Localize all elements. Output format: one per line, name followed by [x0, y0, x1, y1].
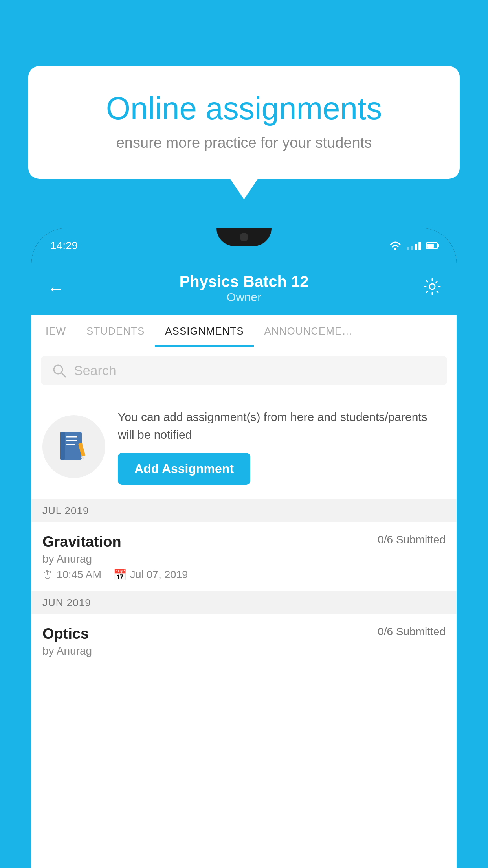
status-bar: 14:29	[31, 228, 457, 263]
assignment-item-optics[interactable]: Optics 0/6 Submitted by Anurag	[31, 614, 457, 670]
assignment-author: by Anurag	[42, 645, 446, 657]
assignment-name: Optics	[42, 625, 89, 642]
wifi-icon	[389, 241, 402, 251]
assignment-name: Gravitation	[42, 533, 121, 550]
assignment-submitted: 0/6 Submitted	[378, 625, 446, 638]
content-area: Search	[31, 347, 457, 670]
add-assignment-button[interactable]: Add Assignment	[118, 453, 250, 485]
header-subtitle: Owner	[179, 291, 308, 304]
status-time: 14:29	[50, 239, 78, 252]
bubble-title: Online assignments	[60, 91, 428, 126]
back-button[interactable]: ←	[47, 279, 64, 298]
header-center: Physics Batch 12 Owner	[179, 273, 308, 304]
assignment-item-gravitation[interactable]: Gravitation 0/6 Submitted by Anurag ⏱ 10…	[31, 522, 457, 591]
svg-line-3	[61, 373, 66, 377]
assignment-row: Optics 0/6 Submitted	[42, 625, 446, 642]
tab-announcements[interactable]: ANNOUNCEME…	[254, 315, 363, 347]
tabs-bar: IEW STUDENTS ASSIGNMENTS ANNOUNCEME…	[31, 315, 457, 347]
assignment-meta: ⏱ 10:45 AM 📅 Jul 07, 2019	[42, 568, 446, 581]
month-separator-jul: JUL 2019	[31, 499, 457, 522]
phone-frame: 14:29	[31, 228, 457, 868]
assignment-submitted: 0/6 Submitted	[378, 533, 446, 546]
speech-bubble: Online assignments ensure more practice …	[28, 66, 460, 179]
svg-point-0	[394, 248, 396, 250]
svg-rect-5	[60, 432, 65, 460]
calendar-icon: 📅	[113, 568, 127, 581]
settings-button[interactable]	[424, 278, 441, 299]
assignment-row: Gravitation 0/6 Submitted	[42, 533, 446, 550]
assignment-date: 📅 Jul 07, 2019	[113, 568, 188, 581]
search-bar[interactable]: Search	[41, 356, 447, 385]
search-icon	[52, 363, 67, 378]
add-assignment-promo: You can add assignment(s) from here and …	[31, 394, 457, 499]
phone-notch	[216, 228, 272, 246]
header-title: Physics Batch 12	[179, 273, 308, 291]
app-header: ← Physics Batch 12 Owner	[31, 263, 457, 315]
tab-assignments[interactable]: ASSIGNMENTS	[155, 315, 254, 347]
battery-icon	[426, 242, 438, 249]
search-bar-wrapper: Search	[31, 347, 457, 394]
clock-icon: ⏱	[42, 568, 53, 581]
promo-content: You can add assignment(s) from here and …	[118, 408, 446, 485]
phone-screen: ← Physics Batch 12 Owner IEW STUDENTS AS…	[31, 263, 457, 868]
svg-point-1	[429, 284, 435, 289]
promo-icon-circle	[42, 415, 105, 478]
month-separator-jun: JUN 2019	[31, 591, 457, 614]
notebook-icon	[56, 429, 92, 464]
promo-text: You can add assignment(s) from here and …	[118, 408, 446, 443]
camera	[240, 233, 248, 241]
tab-iew[interactable]: IEW	[35, 315, 76, 347]
status-icons	[389, 241, 438, 251]
gear-icon	[424, 278, 441, 295]
search-placeholder: Search	[74, 363, 116, 378]
assignment-time: ⏱ 10:45 AM	[42, 568, 101, 581]
bubble-subtitle: ensure more practice for your students	[60, 134, 428, 151]
tab-students[interactable]: STUDENTS	[76, 315, 155, 347]
signal-icon	[407, 241, 421, 250]
assignment-author: by Anurag	[42, 553, 446, 565]
